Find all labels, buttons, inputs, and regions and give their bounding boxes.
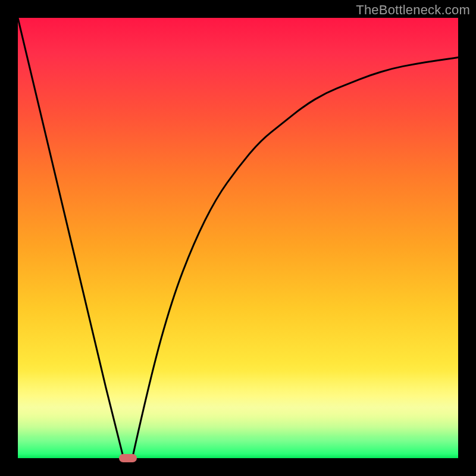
chart-frame: TheBottleneck.com [0, 0, 476, 476]
chart-plot-area [18, 18, 458, 458]
attribution-text: TheBottleneck.com [356, 2, 470, 18]
curve-left-branch [18, 18, 124, 458]
curve-right-branch [132, 58, 458, 458]
curve-svg [18, 18, 458, 458]
highlight-band [18, 371, 458, 437]
optimum-marker [119, 454, 137, 462]
